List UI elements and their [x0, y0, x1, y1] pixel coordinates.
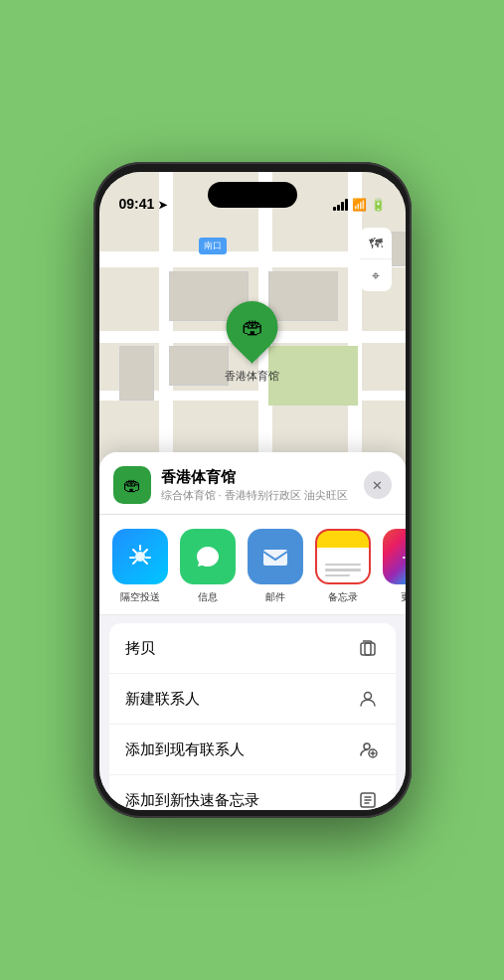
svg-point-4: [364, 693, 371, 700]
copy-label: 拷贝: [125, 639, 155, 658]
svg-rect-3: [361, 643, 371, 655]
copy-action[interactable]: 拷贝: [109, 623, 396, 674]
map-icon: 🗺: [369, 236, 383, 251]
new-contact-icon: [356, 687, 380, 711]
mail-icon: [248, 529, 303, 584]
map-south-gate-label: 南口: [199, 238, 227, 254]
stadium-icon: 🏟: [242, 314, 263, 340]
new-contact-action[interactable]: 新建联系人: [109, 674, 396, 725]
pin-circle: 🏟: [216, 290, 289, 364]
airdrop-icon: [112, 529, 168, 584]
quick-note-label: 添加到新快速备忘录: [125, 791, 259, 810]
airdrop-label: 隔空投送: [120, 590, 160, 604]
compass-icon: ⌖: [372, 267, 380, 284]
status-time: 09:41 ➤: [119, 196, 168, 212]
location-arrow-icon: ➤: [158, 199, 167, 211]
add-contact-icon: [356, 737, 380, 761]
svg-rect-2: [365, 643, 375, 655]
venue-name: 香港体育馆: [161, 468, 364, 487]
map-type-button[interactable]: 🗺: [360, 228, 392, 259]
share-notes[interactable]: 备忘录: [312, 529, 374, 604]
stadium-pin: 🏟 香港体育馆: [225, 301, 279, 384]
venue-stadium-icon: 🏟: [123, 475, 141, 496]
more-icon: ⋯: [383, 529, 406, 584]
svg-rect-1: [263, 550, 287, 566]
close-button[interactable]: ✕: [364, 471, 392, 499]
more-label: 更多: [401, 590, 406, 604]
share-airdrop[interactable]: 隔空投送: [109, 529, 171, 604]
venue-icon: 🏟: [113, 466, 151, 504]
phone-screen: 09:41 ➤ 📶 🔋: [99, 172, 406, 810]
add-to-contact-action[interactable]: 添加到现有联系人: [109, 725, 396, 775]
quick-note-icon: [356, 788, 380, 810]
share-mail[interactable]: 邮件: [245, 529, 306, 604]
phone-frame: 09:41 ➤ 📶 🔋: [93, 162, 412, 818]
share-more[interactable]: ⋯ 更多: [380, 529, 406, 604]
stadium-label: 香港体育馆: [225, 369, 279, 384]
dynamic-island: [208, 182, 297, 208]
share-messages[interactable]: 信息: [177, 529, 239, 604]
battery-icon: 🔋: [371, 198, 386, 212]
location-button[interactable]: ⌖: [360, 259, 392, 291]
signal-bars-icon: [333, 199, 348, 211]
share-row: 隔空投送 信息: [99, 515, 406, 615]
close-icon: ✕: [372, 478, 383, 493]
new-contact-label: 新建联系人: [125, 690, 200, 709]
messages-label: 信息: [198, 590, 218, 604]
svg-point-5: [364, 743, 370, 749]
notes-icon: [315, 529, 371, 584]
action-list: 拷贝 新建联系人: [109, 623, 396, 810]
sheet-header: 🏟 香港体育馆 综合体育馆 · 香港特别行政区 油尖旺区 ✕: [99, 452, 406, 515]
bottom-sheet: 🏟 香港体育馆 综合体育馆 · 香港特别行政区 油尖旺区 ✕: [99, 452, 406, 810]
venue-subtitle: 综合体育馆 · 香港特别行政区 油尖旺区: [161, 488, 364, 503]
mail-label: 邮件: [265, 590, 285, 604]
status-icons: 📶 🔋: [333, 198, 386, 212]
messages-icon: [180, 529, 236, 584]
copy-icon: [356, 636, 380, 660]
venue-info: 香港体育馆 综合体育馆 · 香港特别行政区 油尖旺区: [161, 468, 364, 503]
quick-note-action[interactable]: 添加到新快速备忘录: [109, 775, 396, 810]
wifi-icon: 📶: [352, 198, 367, 212]
add-to-contact-label: 添加到现有联系人: [125, 740, 245, 759]
map-controls: 🗺 ⌖: [360, 228, 392, 291]
notes-label: 备忘录: [328, 590, 358, 604]
